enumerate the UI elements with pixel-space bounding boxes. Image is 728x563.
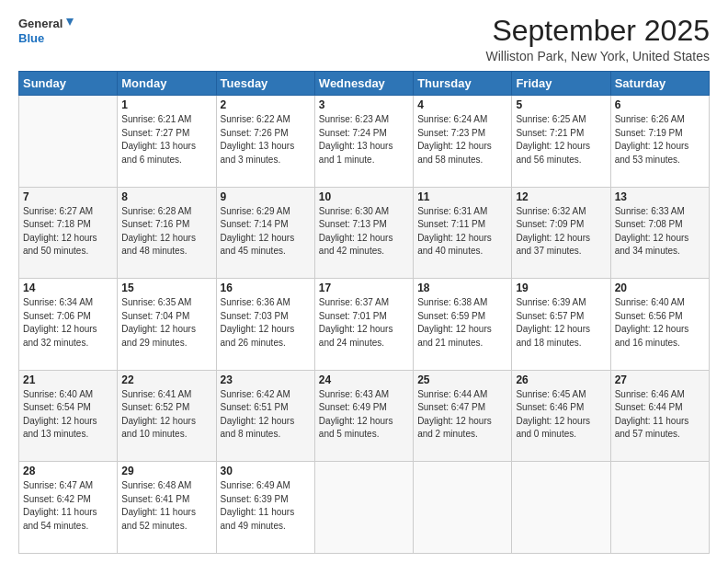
day-number: 18 — [417, 282, 507, 294]
day-number: 2 — [221, 98, 311, 111]
daylight-label: Daylight: 11 hours and 52 minutes. — [121, 507, 196, 531]
sunrise-label: Sunrise: 6:46 AM — [615, 389, 685, 399]
sunset-label: Sunset: 6:57 PM — [516, 311, 584, 321]
sunrise-label: Sunrise: 6:39 AM — [516, 297, 586, 307]
calendar-cell: 30 Sunrise: 6:49 AM Sunset: 6:39 PM Dayl… — [216, 462, 314, 554]
day-number: 12 — [516, 190, 606, 203]
calendar-cell: 19 Sunrise: 6:39 AM Sunset: 6:57 PM Dayl… — [512, 279, 610, 371]
sunset-label: Sunset: 6:42 PM — [23, 494, 91, 504]
day-number: 4 — [417, 98, 507, 111]
sunrise-label: Sunrise: 6:42 AM — [221, 389, 290, 399]
calendar-cell: 28 Sunrise: 6:47 AM Sunset: 6:42 PM Dayl… — [19, 462, 118, 554]
day-info: Sunrise: 6:42 AM Sunset: 6:51 PM Dayligh… — [221, 388, 311, 442]
sunset-label: Sunset: 6:56 PM — [615, 311, 683, 321]
day-number: 11 — [417, 190, 507, 203]
sunset-label: Sunset: 6:44 PM — [615, 402, 683, 412]
daylight-label: Daylight: 12 hours and 53 minutes. — [615, 141, 689, 165]
day-number: 7 — [23, 190, 113, 203]
col-wednesday: Wednesday — [314, 72, 413, 96]
sunrise-label: Sunrise: 6:40 AM — [23, 389, 93, 399]
calendar-cell: 9 Sunrise: 6:29 AM Sunset: 7:14 PM Dayli… — [216, 187, 314, 279]
day-number: 17 — [319, 282, 409, 294]
day-number: 8 — [121, 190, 211, 203]
sunrise-label: Sunrise: 6:40 AM — [615, 297, 685, 307]
day-number: 13 — [615, 190, 705, 203]
sunrise-label: Sunrise: 6:35 AM — [121, 297, 191, 307]
sunset-label: Sunset: 7:09 PM — [516, 219, 584, 229]
svg-text:Blue: Blue — [18, 31, 44, 45]
daylight-label: Daylight: 12 hours and 2 minutes. — [417, 416, 492, 440]
sunset-label: Sunset: 6:39 PM — [221, 494, 289, 504]
daylight-label: Daylight: 12 hours and 24 minutes. — [319, 324, 393, 348]
day-info: Sunrise: 6:43 AM Sunset: 6:49 PM Dayligh… — [319, 388, 409, 442]
day-number: 25 — [417, 373, 507, 386]
calendar-cell — [414, 462, 512, 554]
calendar-cell — [512, 462, 610, 554]
sunrise-label: Sunrise: 6:32 AM — [516, 206, 586, 216]
calendar-cell: 23 Sunrise: 6:42 AM Sunset: 6:51 PM Dayl… — [216, 370, 314, 462]
calendar-cell — [610, 462, 709, 554]
daylight-label: Daylight: 13 hours and 1 minute. — [319, 141, 393, 165]
sunrise-label: Sunrise: 6:47 AM — [23, 480, 93, 490]
calendar-cell: 21 Sunrise: 6:40 AM Sunset: 6:54 PM Dayl… — [19, 370, 118, 462]
daylight-label: Daylight: 12 hours and 34 minutes. — [615, 233, 689, 257]
day-number: 6 — [615, 98, 705, 111]
calendar-cell: 2 Sunrise: 6:22 AM Sunset: 7:26 PM Dayli… — [216, 96, 314, 188]
sunset-label: Sunset: 7:23 PM — [417, 128, 485, 138]
day-number: 9 — [221, 190, 311, 203]
daylight-label: Daylight: 13 hours and 6 minutes. — [121, 141, 196, 165]
logo: General Blue — [18, 15, 74, 48]
daylight-label: Daylight: 12 hours and 40 minutes. — [417, 233, 492, 257]
daylight-label: Daylight: 12 hours and 45 minutes. — [221, 233, 295, 257]
sunset-label: Sunset: 6:51 PM — [221, 402, 289, 412]
sunrise-label: Sunrise: 6:25 AM — [516, 114, 586, 124]
col-saturday: Saturday — [610, 72, 709, 96]
sunset-label: Sunset: 6:46 PM — [516, 402, 584, 412]
sunrise-label: Sunrise: 6:44 AM — [417, 389, 487, 399]
calendar-week-row: 21 Sunrise: 6:40 AM Sunset: 6:54 PM Dayl… — [19, 370, 710, 462]
calendar-cell: 15 Sunrise: 6:35 AM Sunset: 7:04 PM Dayl… — [118, 279, 216, 371]
calendar-cell: 27 Sunrise: 6:46 AM Sunset: 6:44 PM Dayl… — [610, 370, 709, 462]
sunset-label: Sunset: 7:27 PM — [121, 128, 189, 138]
calendar-cell — [314, 462, 413, 554]
day-info: Sunrise: 6:44 AM Sunset: 6:47 PM Dayligh… — [417, 388, 507, 442]
sunrise-label: Sunrise: 6:41 AM — [121, 389, 191, 399]
calendar-cell: 20 Sunrise: 6:40 AM Sunset: 6:56 PM Dayl… — [610, 279, 709, 371]
daylight-label: Daylight: 11 hours and 54 minutes. — [23, 507, 97, 531]
day-info: Sunrise: 6:23 AM Sunset: 7:24 PM Dayligh… — [319, 113, 409, 167]
sunset-label: Sunset: 7:01 PM — [319, 311, 387, 321]
day-info: Sunrise: 6:38 AM Sunset: 6:59 PM Dayligh… — [417, 296, 507, 350]
calendar-cell: 17 Sunrise: 6:37 AM Sunset: 7:01 PM Dayl… — [314, 279, 413, 371]
sunrise-label: Sunrise: 6:36 AM — [221, 297, 290, 307]
calendar-cell: 29 Sunrise: 6:48 AM Sunset: 6:41 PM Dayl… — [118, 462, 216, 554]
day-info: Sunrise: 6:35 AM Sunset: 7:04 PM Dayligh… — [121, 296, 211, 350]
calendar-week-row: 14 Sunrise: 6:34 AM Sunset: 7:06 PM Dayl… — [19, 279, 710, 371]
day-info: Sunrise: 6:49 AM Sunset: 6:39 PM Dayligh… — [221, 479, 311, 533]
day-info: Sunrise: 6:26 AM Sunset: 7:19 PM Dayligh… — [615, 113, 705, 167]
day-info: Sunrise: 6:46 AM Sunset: 6:44 PM Dayligh… — [615, 388, 705, 442]
day-info: Sunrise: 6:45 AM Sunset: 6:46 PM Dayligh… — [516, 388, 606, 442]
daylight-label: Daylight: 12 hours and 48 minutes. — [121, 233, 196, 257]
sunset-label: Sunset: 6:41 PM — [121, 494, 189, 504]
calendar-cell: 11 Sunrise: 6:31 AM Sunset: 7:11 PM Dayl… — [414, 187, 512, 279]
calendar-week-row: 28 Sunrise: 6:47 AM Sunset: 6:42 PM Dayl… — [19, 462, 710, 554]
calendar-cell: 24 Sunrise: 6:43 AM Sunset: 6:49 PM Dayl… — [314, 370, 413, 462]
calendar-week-row: 1 Sunrise: 6:21 AM Sunset: 7:27 PM Dayli… — [19, 96, 710, 188]
sunrise-label: Sunrise: 6:34 AM — [23, 297, 93, 307]
day-number: 20 — [615, 282, 705, 294]
sunset-label: Sunset: 7:13 PM — [319, 219, 387, 229]
daylight-label: Daylight: 12 hours and 37 minutes. — [516, 233, 590, 257]
sunrise-label: Sunrise: 6:33 AM — [615, 206, 685, 216]
sunrise-label: Sunrise: 6:26 AM — [615, 114, 685, 124]
day-number: 15 — [121, 282, 211, 294]
calendar-cell: 8 Sunrise: 6:28 AM Sunset: 7:16 PM Dayli… — [118, 187, 216, 279]
sunset-label: Sunset: 7:21 PM — [516, 128, 584, 138]
calendar-cell: 5 Sunrise: 6:25 AM Sunset: 7:21 PM Dayli… — [512, 96, 610, 188]
sunrise-label: Sunrise: 6:21 AM — [121, 114, 191, 124]
day-info: Sunrise: 6:24 AM Sunset: 7:23 PM Dayligh… — [417, 113, 507, 167]
daylight-label: Daylight: 12 hours and 58 minutes. — [417, 141, 492, 165]
sunset-label: Sunset: 6:54 PM — [23, 402, 91, 412]
day-info: Sunrise: 6:22 AM Sunset: 7:26 PM Dayligh… — [221, 113, 311, 167]
day-number: 14 — [23, 282, 113, 294]
day-number: 21 — [23, 373, 113, 386]
